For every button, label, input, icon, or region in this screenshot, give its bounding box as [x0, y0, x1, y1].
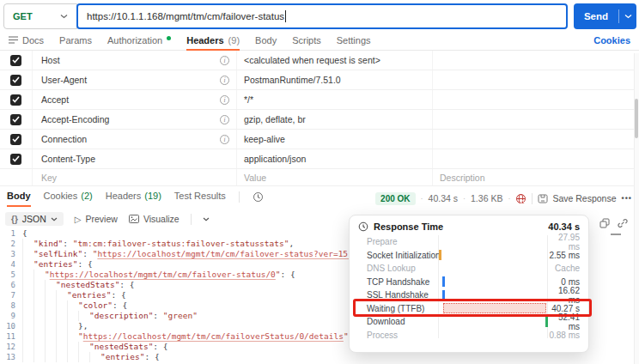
send-button[interactable]: Send [574, 3, 636, 29]
indent-guide [56, 290, 67, 300]
value-cell[interactable]: Value [237, 169, 433, 185]
key-cell[interactable]: Content-Type [33, 149, 237, 168]
line-number: 4 [0, 259, 22, 270]
json-key: "entries" [33, 259, 77, 269]
status-badge[interactable]: 200 OK [375, 192, 415, 205]
key-cell[interactable]: Accepti [33, 90, 237, 109]
header-value: */* [244, 94, 253, 105]
value-cell[interactable]: gzip, deflate, br [237, 110, 433, 129]
save-response-button[interactable]: Save Response [538, 193, 616, 203]
indent-guide [56, 300, 67, 311]
visualize-button[interactable]: Visualize [129, 214, 180, 224]
timing-bar-ssl [442, 290, 445, 300]
header-row[interactable]: Hosti<calculated when request is sent> [0, 51, 639, 70]
value-cell[interactable]: <calculated when request is sent> [237, 51, 433, 70]
json-key: "color" [78, 300, 113, 310]
image-icon [129, 215, 139, 223]
header-row[interactable]: Accepti*/* [0, 90, 639, 110]
page-scrollbar-thumb[interactable] [635, 99, 638, 138]
tab-settings[interactable]: Settings [337, 34, 371, 51]
row-checkbox[interactable] [10, 134, 21, 145]
value-cell[interactable]: */* [237, 90, 433, 109]
key-cell[interactable]: Hosti [33, 51, 237, 70]
header-row[interactable]: Connectionikeep-alive [0, 130, 639, 149]
docs-icon [9, 36, 18, 44]
response-tab-body[interactable]: Body [7, 191, 31, 207]
indent-guide [56, 342, 67, 352]
row-checkbox[interactable] [10, 94, 21, 106]
key-cell[interactable]: User-Agenti [33, 70, 237, 89]
response-tab-cookies[interactable]: Cookies(2) [44, 191, 93, 207]
header-row[interactable]: Accept-Encodingigzip, deflate, br [0, 110, 639, 130]
send-dropdown-button[interactable] [619, 14, 636, 19]
url-input[interactable]: https://10.1.1.168/mgmt/tm/cm/failover-s… [76, 3, 568, 29]
tab-label: Docs [22, 35, 44, 46]
checkbox-cell [0, 51, 33, 70]
response-time[interactable]: 40.34 s [429, 193, 458, 203]
description-cell[interactable]: Description [433, 173, 639, 183]
checkbox-cell [0, 110, 33, 129]
response-tab-test-results[interactable]: Test Results [174, 191, 226, 207]
json-punct: : { [281, 270, 295, 279]
tab-scripts[interactable]: Scripts [292, 34, 321, 51]
tab-headers[interactable]: Headers(9) [186, 34, 240, 51]
value-cell[interactable]: application/json [237, 149, 433, 168]
header-value: keep-alive [244, 134, 285, 144]
response-tab-headers[interactable]: Headers(19) [106, 191, 161, 207]
timing-value: 2.55 ms [547, 251, 588, 260]
dot-separator: · [463, 194, 466, 203]
row-checkbox[interactable] [10, 55, 21, 66]
header-value: <calculated when request is sent> [244, 55, 380, 65]
row-checkbox[interactable] [10, 75, 21, 86]
indent-guide [22, 342, 33, 352]
json-link[interactable]: https://localhost/mgmt/tm/cm/failoverSta… [83, 331, 344, 341]
tab-body[interactable]: Body [255, 34, 277, 51]
more-options-button[interactable]: ••• [622, 194, 632, 203]
key-cell[interactable]: Connectioni [33, 130, 237, 149]
timing-bar-track [438, 329, 547, 343]
history-icon[interactable] [253, 191, 264, 203]
json-link[interactable]: https://localhost/mgmt/tm/cm/failover-st… [97, 249, 377, 258]
description-placeholder: Description [440, 173, 485, 183]
response-size[interactable]: 1.36 KB [471, 193, 502, 203]
cookies-link[interactable]: Cookies [593, 35, 630, 46]
checkbox-cell [0, 70, 33, 89]
header-row[interactable]: User-AgentiPostmanRuntime/7.51.0 [0, 70, 639, 90]
preview-button[interactable]: ▷ Preview [75, 214, 118, 224]
format-select[interactable]: {} JSON [5, 212, 64, 226]
value-cell[interactable]: keep-alive [237, 130, 433, 149]
method-select[interactable]: GET [3, 3, 77, 29]
line-number: 13 [0, 352, 22, 362]
tab-docs[interactable]: Docs [9, 34, 44, 51]
indent-guide [67, 342, 78, 352]
request-bar: GET https://10.1.1.168/mgmt/tm/cm/failov… [3, 3, 568, 29]
key-cell[interactable]: Accept-Encodingi [33, 110, 237, 129]
info-icon: i [220, 135, 229, 144]
row-checkbox[interactable] [10, 114, 21, 125]
chevron-down-icon[interactable] [203, 217, 210, 221]
indent-guide [45, 352, 56, 362]
auth-status-dot [167, 36, 171, 40]
json-key: "description" [89, 311, 153, 320]
indent-guide [45, 280, 56, 290]
row-checkbox[interactable] [10, 154, 21, 165]
tab-authorization[interactable]: Authorization [107, 34, 171, 51]
value-cell[interactable]: PostmanRuntime/7.51.0 [237, 70, 433, 89]
json-punct: : { [119, 280, 134, 289]
ssl-warning-icon[interactable] [515, 193, 526, 204]
copy-icon[interactable] [599, 218, 610, 228]
empty-header-row[interactable]: KeyValueDescription [0, 169, 639, 186]
timing-value: Cache [547, 264, 588, 273]
indent-guide [45, 331, 56, 342]
json-link[interactable]: https://localhost/mgmt/tm/cm/failover-st… [50, 270, 276, 279]
header-value: application/json [244, 154, 306, 164]
key-cell[interactable]: Key [33, 169, 237, 185]
popup-title: Response Time [374, 221, 443, 232]
tab-params[interactable]: Params [59, 34, 92, 51]
header-row[interactable]: Content-Typeapplication/json [0, 149, 639, 169]
timing-row-prepare: Prepare27.95 ms [350, 235, 588, 249]
code-scrollbar-thumb[interactable] [611, 234, 621, 235]
line-number: 6 [0, 280, 22, 290]
indent-guide [56, 311, 67, 321]
link-icon[interactable] [618, 218, 628, 228]
